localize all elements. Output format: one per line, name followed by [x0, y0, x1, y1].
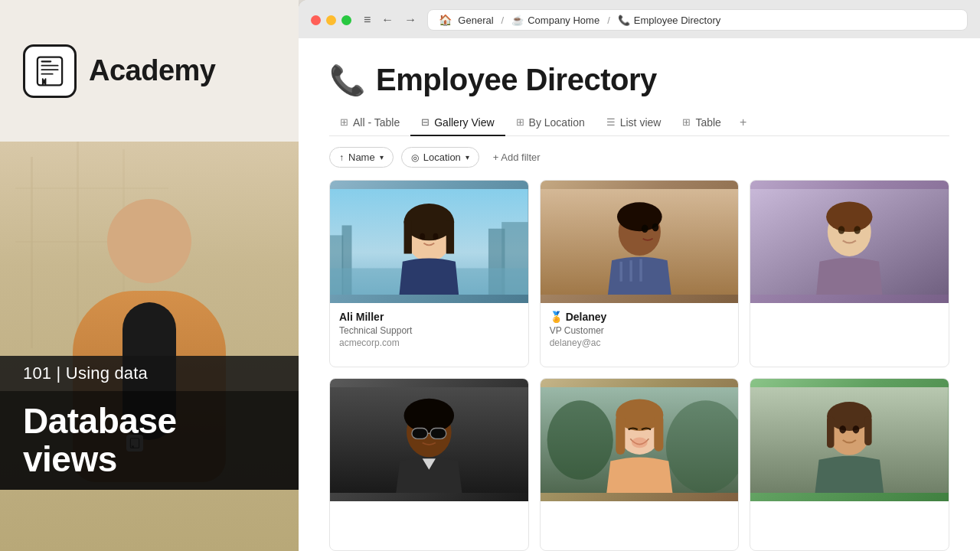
- card-name-6: [760, 509, 939, 520]
- overlay-container: 101 | Using data Database views: [0, 356, 299, 490]
- svg-rect-2: [41, 64, 59, 66]
- svg-rect-4: [41, 73, 54, 74]
- view-tabs: ⊞ All - Table ⊟ Gallery View ⊞ By Locati…: [329, 109, 949, 136]
- breadcrumb-company-home: ☕ Company Home: [511, 15, 599, 26]
- card-image-5: [541, 379, 739, 501]
- tab-by-location[interactable]: ⊞ By Location: [505, 110, 596, 136]
- overlay-title: Database views: [0, 391, 299, 490]
- svg-point-17: [433, 233, 439, 240]
- card-email-1: acmecorp.com: [339, 337, 519, 348]
- gallery-card-5[interactable]: [540, 378, 740, 552]
- tab-gallery-view[interactable]: ⊟ Gallery View: [410, 110, 505, 136]
- card-body-6: [750, 501, 949, 540]
- list-view-icon: ☰: [606, 116, 616, 128]
- all-table-icon: ⊞: [340, 116, 348, 128]
- forward-button[interactable]: →: [401, 11, 420, 28]
- page-title: Employee Directory: [376, 63, 657, 97]
- card-name-5: [550, 509, 730, 520]
- svg-point-16: [420, 233, 425, 240]
- svg-rect-43: [654, 415, 663, 451]
- card-role-2: VP Customer: [550, 325, 730, 336]
- gallery-card-3[interactable]: [750, 180, 949, 367]
- card-body-2: 🏅 Delaney VP Customer delaney@ac: [541, 303, 739, 356]
- address-bar[interactable]: 🏠 General / ☕ Company Home / 📞 Employee …: [427, 9, 968, 31]
- academy-label: Academy: [89, 54, 215, 87]
- svg-rect-35: [430, 428, 446, 439]
- nav-buttons: ← →: [378, 11, 420, 28]
- tab-all-table[interactable]: ⊞ All - Table: [329, 110, 410, 136]
- page-content: 📞 Employee Directory ⊞ All - Table ⊟ Gal…: [299, 38, 980, 551]
- svg-rect-25: [639, 259, 642, 281]
- location-filter-button[interactable]: ◎ Location ▾: [401, 147, 479, 168]
- svg-rect-23: [619, 262, 622, 282]
- page-icon: 📞: [329, 64, 365, 97]
- card-role-6: [760, 522, 939, 531]
- card-role-4: [339, 522, 519, 531]
- svg-point-50: [840, 425, 847, 433]
- left-panel: Academy 101 | Using data Database views: [0, 0, 299, 551]
- card-role-1: Technical Support: [339, 325, 519, 336]
- svg-rect-1: [41, 60, 52, 62]
- svg-point-38: [547, 400, 612, 479]
- overlay-subtitle: 101 | Using data: [0, 356, 299, 391]
- sort-icon: ↑: [339, 152, 344, 163]
- close-button[interactable]: [311, 15, 321, 25]
- gallery-card-1[interactable]: Ali Miller Technical Support acmecorp.co…: [329, 180, 529, 367]
- svg-point-22: [652, 223, 658, 231]
- svg-rect-15: [446, 220, 454, 253]
- minimize-button[interactable]: [326, 15, 336, 25]
- figure-head: [107, 199, 191, 283]
- tab-list-view[interactable]: ☰ List view: [596, 110, 672, 136]
- back-button[interactable]: ←: [378, 11, 397, 28]
- notion-logo: [23, 44, 77, 98]
- svg-rect-14: [404, 220, 412, 253]
- card-name-3: [760, 311, 939, 321]
- tab-table[interactable]: ⊞ Table: [671, 110, 731, 136]
- gallery-card-6[interactable]: [750, 378, 949, 552]
- svg-point-33: [404, 398, 455, 432]
- card-image-6: [750, 379, 949, 501]
- svg-point-21: [642, 225, 648, 233]
- card-image-4: [330, 379, 528, 501]
- card-name-1: Ali Miller: [339, 311, 519, 323]
- maximize-button[interactable]: [341, 15, 351, 25]
- traffic-lights: [311, 15, 351, 25]
- top-bar: Academy: [0, 0, 299, 142]
- add-view-button[interactable]: +: [732, 109, 754, 135]
- svg-rect-3: [41, 69, 59, 70]
- gallery-card-2[interactable]: 🏅 Delaney VP Customer delaney@ac: [540, 180, 740, 367]
- breadcrumb-employee-directory: 📞 Employee Directory: [618, 15, 720, 26]
- svg-point-30: [854, 226, 861, 233]
- card-name-4: [339, 509, 519, 520]
- add-filter-button[interactable]: + Add filter: [487, 148, 547, 167]
- svg-rect-34: [412, 428, 428, 439]
- svg-rect-24: [629, 260, 632, 282]
- card-body-4: [330, 501, 528, 540]
- svg-rect-42: [616, 415, 625, 455]
- browser-controls: ≡ ← → 🏠 General / ☕ Company Home / 📞: [311, 9, 968, 31]
- page-title-row: 📞 Employee Directory: [329, 38, 949, 109]
- menu-icon[interactable]: ≡: [364, 13, 371, 27]
- card-image-2: [541, 181, 739, 303]
- card-body-1: Ali Miller Technical Support acmecorp.co…: [330, 303, 528, 356]
- sep-1: /: [501, 15, 505, 26]
- card-image-3: [750, 181, 949, 303]
- svg-rect-49: [864, 416, 871, 445]
- browser-window: ≡ ← → 🏠 General / ☕ Company Home / 📞: [299, 0, 980, 551]
- location-icon: ◎: [411, 152, 419, 163]
- svg-rect-48: [827, 416, 834, 447]
- gallery-view-icon: ⊟: [421, 116, 430, 128]
- card-body-3: [750, 303, 949, 342]
- name-filter-button[interactable]: ↑ Name ▾: [329, 147, 394, 168]
- table-icon: ⊞: [682, 116, 691, 128]
- card-image-1: [330, 181, 528, 303]
- gallery-card-4[interactable]: [329, 378, 529, 552]
- breadcrumb-general: General: [458, 15, 493, 26]
- card-name-2: 🏅 Delaney: [550, 311, 730, 323]
- card-body-5: [541, 501, 739, 540]
- card-email-2: delaney@ac: [550, 337, 730, 348]
- card-role-5: [550, 522, 730, 531]
- browser-chrome: ≡ ← → 🏠 General / ☕ Company Home / 📞: [299, 0, 980, 38]
- svg-point-29: [838, 226, 845, 233]
- card-role-3: [760, 324, 939, 333]
